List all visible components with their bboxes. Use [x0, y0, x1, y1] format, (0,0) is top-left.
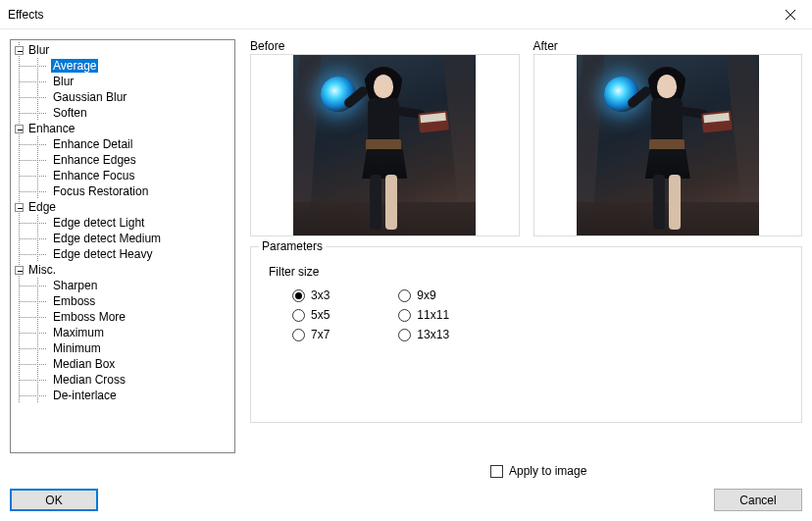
- tree-item-label: Maximum: [51, 326, 106, 339]
- tree-item-label: Enhance Detail: [51, 137, 134, 151]
- tree-item[interactable]: Focus Restoration: [11, 183, 234, 199]
- tree-item-label: Emboss: [51, 294, 97, 308]
- tree-item[interactable]: Sharpen: [11, 278, 234, 293]
- filter-size-option[interactable]: 3x3: [292, 288, 330, 302]
- collapse-icon[interactable]: [15, 266, 24, 275]
- collapse-icon[interactable]: [15, 46, 24, 55]
- parameters-group: Parameters Filter size 3x35x57x7 9x911x1…: [250, 246, 802, 423]
- tree-item-label: Edge detect Heavy: [51, 247, 154, 261]
- tree-item[interactable]: Soften: [11, 105, 234, 121]
- right-panel: Before After: [250, 39, 802, 474]
- window-title: Effects: [8, 8, 43, 22]
- tree-item[interactable]: Median Cross: [11, 372, 234, 388]
- tree-item-label: Minimum: [51, 341, 103, 355]
- ok-button[interactable]: OK: [10, 489, 98, 511]
- filter-size-option[interactable]: 5x5: [292, 308, 330, 322]
- radio-icon[interactable]: [292, 289, 305, 302]
- radio-icon[interactable]: [398, 329, 411, 341]
- tree-item-label: Edge: [26, 200, 58, 214]
- filter-size-option[interactable]: 9x9: [398, 288, 449, 302]
- preview-after-label: After: [533, 39, 803, 53]
- tree-category[interactable]: Edge: [11, 199, 234, 215]
- preview-after: After: [533, 39, 803, 236]
- collapse-icon[interactable]: [15, 125, 24, 133]
- tree-item-label: Soften: [51, 106, 89, 120]
- tree-item-label: Median Box: [51, 357, 117, 371]
- cancel-button[interactable]: Cancel: [714, 489, 802, 511]
- tree-item[interactable]: Enhance Edges: [11, 152, 234, 168]
- radio-icon[interactable]: [398, 309, 411, 322]
- tree-item[interactable]: Blur: [11, 74, 234, 89]
- tree-item-label: Emboss More: [51, 310, 127, 324]
- preview-before-image: [293, 55, 476, 235]
- tree-item[interactable]: Enhance Detail: [11, 136, 234, 152]
- tree-item-label: Sharpen: [51, 279, 99, 292]
- tree-item[interactable]: Enhance Focus: [11, 168, 234, 183]
- tree-item-label: Misc.: [26, 263, 58, 277]
- filter-size-option[interactable]: 11x11: [398, 308, 449, 322]
- tree-category[interactable]: Misc.: [11, 262, 234, 278]
- titlebar: Effects: [0, 0, 812, 29]
- radio-label: 11x11: [417, 308, 449, 322]
- preview-row: Before After: [250, 39, 802, 236]
- tree-item-label: Median Cross: [51, 373, 127, 387]
- tree-item-label: Enhance: [26, 122, 76, 135]
- tree-item[interactable]: Average: [11, 58, 234, 74]
- collapse-icon[interactable]: [15, 203, 24, 212]
- tree-item[interactable]: Maximum: [11, 325, 234, 340]
- tree-item[interactable]: Edge detect Light: [11, 215, 234, 231]
- tree-item[interactable]: Emboss More: [11, 309, 234, 325]
- tree-item-label: Enhance Focus: [51, 169, 136, 182]
- tree-item-label: Edge detect Light: [51, 216, 146, 230]
- tree-item-label: Enhance Edges: [51, 153, 138, 167]
- preview-before: Before: [250, 39, 520, 236]
- tree-item[interactable]: Edge detect Medium: [11, 231, 234, 246]
- filter-size-options: 3x35x57x7 9x911x1113x13: [265, 288, 787, 341]
- radio-icon[interactable]: [292, 329, 305, 341]
- radio-label: 5x5: [311, 308, 330, 322]
- tree-item-label: De-interlace: [51, 389, 119, 402]
- apply-to-image[interactable]: Apply to image: [490, 464, 586, 478]
- tree-item-label: Gaussian Blur: [51, 90, 128, 104]
- preview-after-frame: [533, 54, 803, 236]
- tree-item-label: Focus Restoration: [51, 184, 150, 198]
- tree-item[interactable]: Gaussian Blur: [11, 89, 234, 105]
- tree-item-label: Average: [51, 59, 98, 73]
- radio-label: 3x3: [311, 288, 330, 302]
- tree-item-label: Edge detect Medium: [51, 232, 163, 245]
- preview-after-image: [577, 55, 759, 235]
- radio-icon[interactable]: [292, 309, 305, 322]
- tree-item[interactable]: Minimum: [11, 340, 234, 356]
- effects-tree[interactable]: BlurAverageBlurGaussian BlurSoftenEnhanc…: [10, 39, 235, 453]
- preview-before-label: Before: [250, 39, 520, 53]
- tree-item[interactable]: De-interlace: [11, 388, 234, 403]
- tree-item[interactable]: Median Box: [11, 356, 234, 372]
- preview-before-frame: [250, 54, 520, 236]
- radio-label: 9x9: [417, 288, 435, 302]
- radio-label: 7x7: [311, 328, 330, 341]
- parameters-title: Parameters: [259, 239, 326, 253]
- apply-label: Apply to image: [509, 464, 586, 478]
- radio-label: 13x13: [417, 328, 449, 341]
- tree-item[interactable]: Edge detect Heavy: [11, 246, 234, 262]
- tree-category[interactable]: Enhance: [11, 121, 234, 136]
- dialog-content: BlurAverageBlurGaussian BlurSoftenEnhanc…: [10, 39, 802, 474]
- close-button[interactable]: [768, 0, 812, 29]
- tree-item-label: Blur: [26, 43, 51, 57]
- apply-checkbox[interactable]: [490, 465, 503, 478]
- tree-item[interactable]: Emboss: [11, 293, 234, 309]
- close-icon: [786, 10, 795, 20]
- filter-size-option[interactable]: 13x13: [398, 328, 449, 341]
- filter-size-option[interactable]: 7x7: [292, 328, 330, 341]
- radio-icon[interactable]: [398, 289, 411, 302]
- filter-size-label: Filter size: [269, 265, 787, 279]
- tree-item-label: Blur: [51, 75, 76, 88]
- dialog-buttons: OK Cancel: [10, 489, 802, 511]
- tree-category[interactable]: Blur: [11, 42, 234, 58]
